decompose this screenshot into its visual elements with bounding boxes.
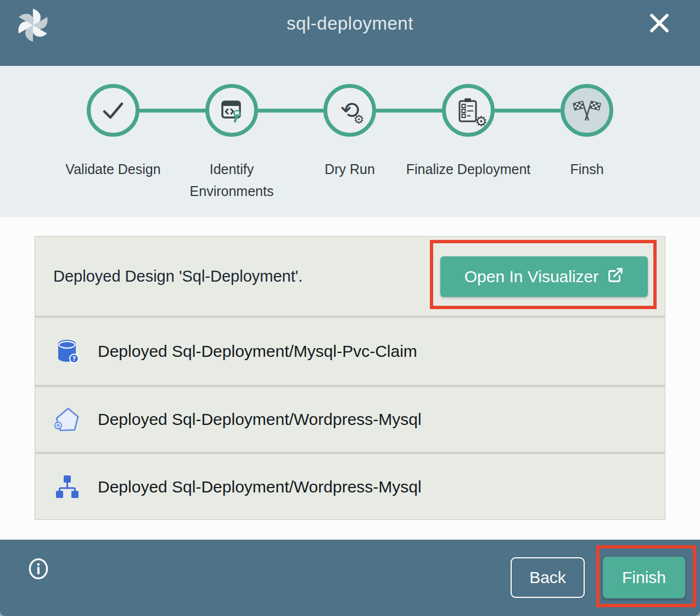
checkered-flags-icon <box>572 95 602 126</box>
design-deployed-message: Deployed Design 'Sql-Deployment'. <box>53 267 303 285</box>
stepper: ⟲ ⚙ ⚙ <box>0 66 700 217</box>
result-row: Deployed Sql-Deployment/Wordpress-Mysql <box>35 454 665 519</box>
meshery-logo-icon <box>15 7 51 43</box>
result-row: ? Deployed Sql-Deployment/Mysql-Pvc-Clai… <box>35 318 665 385</box>
finish-button[interactable]: Finish <box>603 557 685 598</box>
result-text: Deployed Sql-Deployment/Mysql-Pvc-Claim <box>98 342 417 361</box>
code-window-wrench-icon <box>219 97 245 124</box>
step-label-finalize-deployment: Finalize Deployment <box>402 158 534 180</box>
info-icon[interactable] <box>26 557 51 581</box>
step-label-identify-environments: Identify Environments <box>166 158 298 202</box>
result-row: Deployed Sql-Deployment/Wordpress-Mysql <box>35 387 665 452</box>
stepper-connector <box>376 109 442 113</box>
database-icon: ? <box>54 338 80 365</box>
close-icon[interactable] <box>646 10 673 36</box>
gear-icon: ⚙ <box>475 114 488 128</box>
step-label-validate-design: Validate Design <box>47 158 179 180</box>
clipboard-gear-icon: ⚙ <box>455 97 481 124</box>
modal-title: sql-deployment <box>0 0 700 47</box>
modal-footer: Back Finish <box>0 540 700 616</box>
result-text: Deployed Sql-Deployment/Wordpress-Mysql <box>98 478 422 496</box>
modal-header: sql-deployment <box>0 0 700 66</box>
svg-text:?: ? <box>72 355 76 362</box>
check-icon <box>100 97 126 124</box>
step-validate-design[interactable] <box>87 84 139 137</box>
step-finalize-deployment[interactable]: ⚙ <box>442 84 495 137</box>
step-label-finsh: Finsh <box>521 158 653 180</box>
step-identify-environments[interactable] <box>205 84 258 137</box>
open-in-visualizer-button[interactable]: Open In Visualizer <box>440 256 648 297</box>
step-finsh[interactable] <box>561 84 613 137</box>
hierarchy-icon <box>54 474 80 500</box>
back-button[interactable]: Back <box>511 557 585 598</box>
stepper-connector <box>495 109 561 113</box>
gear-icon: ⚙ <box>354 114 365 126</box>
open-in-visualizer-label: Open In Visualizer <box>464 267 599 286</box>
step-label-dry-run: Dry Run <box>284 158 416 180</box>
stepper-connector <box>139 109 205 113</box>
history-gear-icon: ⟲ ⚙ <box>340 99 359 122</box>
deployment-wizard-modal: sql-deployment <box>0 0 700 616</box>
deployment-results-list: Deployed Design 'Sql-Deployment'. Open I… <box>35 236 665 520</box>
stepper-connector <box>258 109 323 113</box>
pentagon-icon <box>54 406 80 433</box>
external-link-icon <box>607 267 624 287</box>
result-text: Deployed Sql-Deployment/Wordpress-Mysql <box>98 410 422 429</box>
design-deployed-row: Deployed Design 'Sql-Deployment'. Open I… <box>35 237 665 316</box>
step-dry-run[interactable]: ⟲ ⚙ <box>323 84 376 137</box>
